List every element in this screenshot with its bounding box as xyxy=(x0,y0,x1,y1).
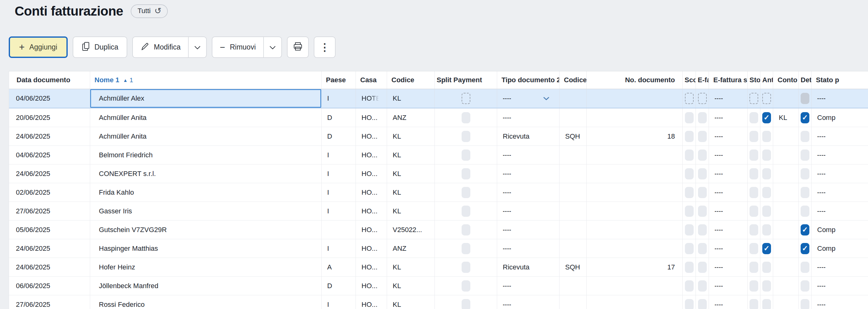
column-header-paese[interactable]: Paese xyxy=(321,71,356,89)
cell-split[interactable] xyxy=(435,239,497,258)
cell-conto[interactable] xyxy=(773,165,799,183)
cell-ant[interactable] xyxy=(761,258,773,276)
table-row[interactable]: 04/06/2025Belmont FriedrichIHO...KL-----… xyxy=(9,146,868,165)
add-button[interactable]: + Aggiungi xyxy=(9,36,68,58)
cell-numdoc[interactable] xyxy=(587,146,683,164)
cell-conto[interactable] xyxy=(773,295,799,309)
cell-paese[interactable]: I xyxy=(321,239,356,258)
column-header-sto[interactable]: Sto xyxy=(748,71,761,89)
cell-date[interactable]: 04/06/2025 xyxy=(9,146,90,164)
cell-date[interactable]: 04/06/2025 xyxy=(9,89,90,108)
cell-numdoc[interactable] xyxy=(587,183,683,202)
cell-codice2[interactable] xyxy=(560,89,587,108)
cell-tipo[interactable]: ---- xyxy=(497,183,560,202)
cell-efattura[interactable]: ---- xyxy=(709,89,748,108)
checkbox-det-off[interactable] xyxy=(801,299,809,309)
cell-tipo[interactable]: ---- xyxy=(497,239,560,258)
cell-ant[interactable] xyxy=(761,146,773,164)
cell-sto[interactable] xyxy=(748,258,761,276)
cell-codice2[interactable] xyxy=(560,202,587,220)
cell-stato[interactable]: ---- xyxy=(811,277,868,295)
cell-ant[interactable] xyxy=(761,277,773,295)
checkbox-sco-off[interactable] xyxy=(685,262,694,273)
table-row[interactable]: 24/06/2025Achmüller AnitaDHO...KLRicevut… xyxy=(9,127,868,146)
checkbox-split-off[interactable] xyxy=(462,280,470,291)
cell-name[interactable]: Rossi Federico xyxy=(90,295,321,309)
checkbox-sto-dashed[interactable] xyxy=(749,93,758,104)
cell-name[interactable]: CONEXPERT s.r.l. xyxy=(90,165,321,183)
cell-det[interactable] xyxy=(799,146,811,164)
checkbox-ant-off[interactable] xyxy=(762,224,771,236)
cell-sto[interactable] xyxy=(748,89,761,108)
cell-sco[interactable] xyxy=(683,127,696,145)
cell-efattura[interactable]: ---- xyxy=(709,277,748,295)
cell-efa[interactable] xyxy=(696,202,709,220)
cell-stato[interactable]: ---- xyxy=(811,89,868,108)
table-row[interactable]: 06/06/2025Jöllenbeck ManfredDHO...KL----… xyxy=(9,277,868,295)
cell-split[interactable] xyxy=(435,258,497,276)
checkbox-split-off[interactable] xyxy=(462,262,470,273)
cell-ant[interactable] xyxy=(761,202,773,220)
cell-codice[interactable]: KL xyxy=(387,258,435,276)
cell-casa[interactable]: HO... xyxy=(356,202,387,220)
cell-split[interactable] xyxy=(435,108,497,127)
column-header-codice2[interactable]: Codice xyxy=(560,71,587,89)
cell-numdoc[interactable]: 17 xyxy=(587,258,683,276)
cell-efa[interactable] xyxy=(696,127,709,145)
column-header-numdoc[interactable]: No. documento xyxy=(587,71,683,89)
cell-conto[interactable] xyxy=(773,202,799,220)
checkbox-efa-dashed[interactable] xyxy=(698,93,707,104)
checkbox-efa-off[interactable] xyxy=(698,112,707,123)
checkbox-det-off[interactable] xyxy=(801,187,809,198)
checkbox-split-off[interactable] xyxy=(462,149,470,161)
cell-codice2[interactable] xyxy=(560,277,587,295)
cell-conto[interactable] xyxy=(773,89,799,108)
cell-name[interactable]: Belmont Friedrich xyxy=(90,146,321,164)
table-row[interactable]: 24/06/2025Haspinger MatthiasIHO...ANZ---… xyxy=(9,239,868,258)
checkbox-split-off[interactable] xyxy=(462,206,470,217)
cell-codice[interactable]: KL xyxy=(387,295,435,309)
checkbox-sto-off[interactable] xyxy=(749,206,758,217)
cell-sco[interactable] xyxy=(683,220,696,239)
cell-sco[interactable] xyxy=(683,295,696,309)
cell-codice[interactable]: ANZ xyxy=(387,108,435,127)
column-header-tipo[interactable]: Tipo documento 2 xyxy=(497,71,560,89)
checkbox-split-off[interactable] xyxy=(462,112,470,123)
checkbox-sco-off[interactable] xyxy=(685,131,694,142)
column-header-sco[interactable]: Sco xyxy=(683,71,696,89)
column-header-efattura[interactable]: E-fattura sta xyxy=(709,71,748,89)
cell-sco[interactable] xyxy=(683,89,696,108)
cell-det[interactable] xyxy=(799,258,811,276)
checkbox-split-off[interactable] xyxy=(462,224,470,236)
cell-paese[interactable]: I xyxy=(321,202,356,220)
checkbox-ant-off[interactable] xyxy=(762,149,771,161)
checkbox-det-off[interactable] xyxy=(801,262,809,273)
cell-codice[interactable]: KL xyxy=(387,202,435,220)
cell-det[interactable] xyxy=(799,183,811,202)
cell-ant[interactable] xyxy=(761,295,773,309)
cell-conto[interactable]: KL xyxy=(773,108,799,127)
table-row[interactable]: 24/06/2025CONEXPERT s.r.l.IHO...KL------… xyxy=(9,165,868,183)
checkbox-det-on[interactable]: ✓ xyxy=(801,243,809,254)
cell-name[interactable]: Hofer Heinz xyxy=(90,258,321,276)
cell-casa[interactable]: HO... xyxy=(356,146,387,164)
cell-sto[interactable] xyxy=(748,202,761,220)
column-header-split[interactable]: Split Payment xyxy=(435,71,497,89)
cell-efa[interactable] xyxy=(696,220,709,239)
cell-stato[interactable]: Comp xyxy=(811,239,868,258)
column-header-conto[interactable]: Conto d xyxy=(773,71,799,89)
cell-sto[interactable] xyxy=(748,183,761,202)
checkbox-sco-off[interactable] xyxy=(685,243,694,254)
checkbox-sto-off[interactable] xyxy=(749,280,758,291)
checkbox-det-off[interactable] xyxy=(801,206,809,217)
table-row[interactable]: 04/06/2025Achmüller AlexIHOTEKL---------… xyxy=(9,89,868,108)
cell-date[interactable]: 24/06/2025 xyxy=(9,165,90,183)
checkbox-efa-off[interactable] xyxy=(698,168,707,179)
cell-numdoc[interactable] xyxy=(587,89,683,108)
checkbox-efa-off[interactable] xyxy=(698,187,707,198)
cell-sco[interactable] xyxy=(683,277,696,295)
cell-stato[interactable]: Comp xyxy=(811,108,868,127)
checkbox-ant-off[interactable] xyxy=(762,187,771,198)
cell-paese[interactable] xyxy=(321,220,356,239)
cell-efa[interactable] xyxy=(696,89,709,108)
